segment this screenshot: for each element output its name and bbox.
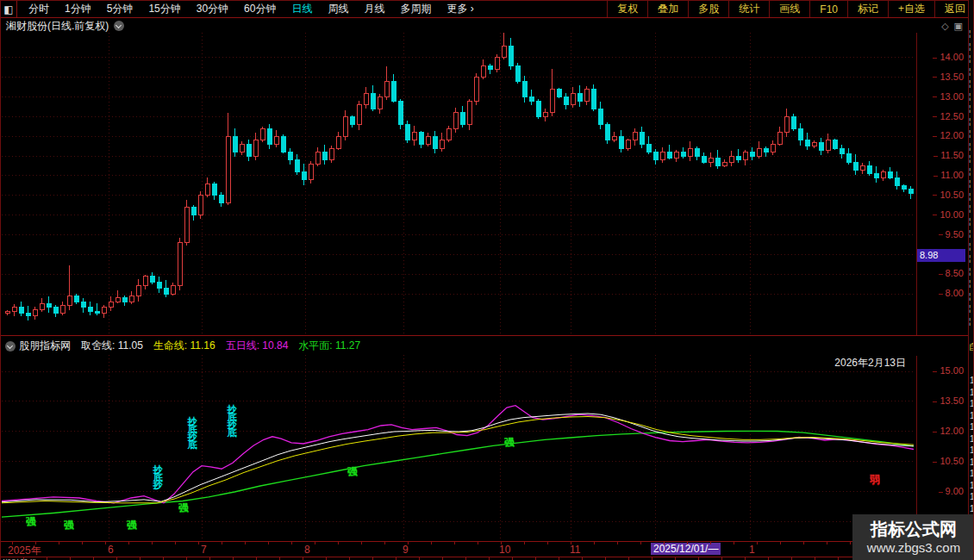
axis-tick [291, 542, 292, 544]
clipped-glyph: ¦ [969, 204, 974, 213]
clipped-digit: 1 [970, 422, 974, 432]
month-label-6: 6 [108, 544, 114, 556]
clipped-glyph: ¦ [969, 229, 974, 238]
indicator-value-五日线: 五日线: 10.84 [226, 339, 289, 353]
axis-tick [780, 542, 781, 544]
period-60分钟[interactable]: 60分钟 [236, 2, 284, 16]
clipped-glyph: ¦ [969, 242, 974, 251]
clipped-digit: 1 [970, 399, 974, 408]
period-周线[interactable]: 周线 [320, 2, 356, 16]
stock-title: 湘财股份(日线.前复权) [1, 19, 109, 34]
axis-tick [222, 542, 222, 544]
toolbar-多股[interactable]: 多股 [688, 1, 728, 17]
time-axis: 2025年 678910111 2025/12/01/— [1, 541, 974, 557]
price-tick-14.00: 14.00 [933, 52, 964, 62]
clipped-label: 自 [969, 341, 974, 353]
clipped-glyph: ¦ [969, 267, 974, 276]
month-label-9: 9 [403, 544, 409, 556]
candlestick-chart[interactable] [2, 33, 915, 334]
price-tick-11.00: 11.00 [933, 170, 964, 180]
indicator-tick-9.00: 9.00 [939, 486, 964, 496]
clipped-glyph: ¦ [969, 304, 974, 313]
trading-app-window: ◧ 分时1分钟5分钟15分钟30分钟60分钟日线周线月线多周期更多 › 复权叠加… [0, 0, 974, 560]
clipped-bottom-row: 湘财股份 [1, 557, 974, 560]
strong-signal-marker: 强 [178, 501, 189, 515]
clipped-glyph: ¦ [969, 129, 974, 138]
axis-tick [198, 542, 199, 544]
axis-tick [128, 542, 129, 544]
indicator-line-生命线 [2, 417, 914, 503]
price-tick-10.00: 10.00 [933, 209, 964, 220]
panel-icon[interactable]: ▣ [954, 21, 963, 32]
diamond-icon[interactable]: ◇ [941, 21, 948, 32]
axis-tick [687, 542, 688, 544]
price-tick-8.00: 8.00 [939, 288, 964, 298]
period-1分钟[interactable]: 1分钟 [57, 2, 99, 16]
title-row: 湘财股份(日线.前复权) ◇▣ [1, 19, 966, 33]
axis-tick [850, 542, 851, 544]
price-tick-9.50: 9.50 [939, 229, 964, 240]
axis-tick [454, 542, 455, 544]
price-tick-13.00: 13.00 [933, 91, 964, 102]
period-5分钟[interactable]: 5分钟 [99, 2, 141, 16]
indicator-header: 股朋指标网 取舍线: 11.05生命线: 11.16五日线: 10.84水平面:… [1, 335, 968, 356]
indicator-chevron-icon[interactable] [5, 341, 16, 352]
axis-tick [268, 542, 269, 544]
clipped-digit: 1 [970, 434, 974, 444]
price-tick-13.50: 13.50 [933, 72, 964, 82]
period-日线[interactable]: 日线 [284, 2, 320, 16]
buy-signal-marker: 抄底抄底 [186, 418, 198, 449]
chevron-down-icon[interactable] [114, 21, 124, 31]
price-tick-11.50: 11.50 [933, 150, 964, 160]
selected-date-label[interactable]: 2025/12/01/— [651, 543, 721, 555]
indicator-tick-13.50: 13.50 [933, 395, 964, 406]
clipped-glyph: ¦ [969, 54, 974, 63]
clipped-right-panel[interactable]: ¦¦¦¦¦¦¦¦¦¦¦¦¦¦¦¦¦¦¦¦¦¦¦¦自111111111111 [968, 0, 974, 560]
indicator-values: 取舍线: 11.05生命线: 11.16五日线: 10.84水平面: 11.27 [71, 339, 360, 353]
axis-tick [757, 542, 758, 544]
clipped-glyph: ¦ [969, 29, 974, 38]
clipped-glyph: ¦ [969, 292, 974, 301]
indicator-line-取舍线 [2, 414, 914, 502]
axis-tick [408, 542, 409, 544]
period-30分钟[interactable]: 30分钟 [189, 2, 236, 16]
period-更多 ›[interactable]: 更多 › [439, 2, 481, 16]
period-分时[interactable]: 分时 [21, 2, 57, 16]
toolbar-right-menu: 复权叠加多股统计画线F10标记+自选返回 [607, 1, 974, 17]
indicator-tick-10.50: 10.50 [933, 456, 964, 466]
axis-tick [12, 542, 13, 544]
period-多周期[interactable]: 多周期 [392, 2, 439, 16]
watermark-title: 指标公式网 [871, 519, 957, 539]
axis-tick [82, 542, 83, 544]
period-15分钟[interactable]: 15分钟 [140, 2, 188, 16]
toolbar-统计[interactable]: 统计 [728, 1, 769, 17]
toolbar-F10[interactable]: F10 [809, 1, 847, 17]
indicator-chart[interactable] [2, 355, 915, 541]
clipped-digit: 1 [970, 504, 974, 513]
toolbar-+自选[interactable]: +自选 [888, 1, 934, 17]
clipped-digit: 1 [970, 492, 974, 501]
axis-tick [478, 542, 478, 544]
clipped-glyph: ¦ [969, 67, 974, 76]
toolbar-画线[interactable]: 画线 [769, 1, 809, 17]
period-月线[interactable]: 月线 [356, 2, 392, 16]
clipped-digit: 1 [970, 469, 974, 478]
clipped-glyph: ¦ [969, 167, 974, 176]
toolbar-复权[interactable]: 复权 [607, 1, 647, 17]
buy-signal-marker: 抄底抄底 [226, 406, 238, 437]
toolbar-标记[interactable]: 标记 [847, 1, 888, 17]
clipped-glyph: ¦ [969, 79, 974, 88]
clipped-digit: 1 [970, 376, 974, 385]
axis-tick [315, 542, 315, 544]
indicator-value-取舍线: 取舍线: 11.05 [81, 339, 143, 353]
strong-signal-marker: 强 [127, 518, 137, 532]
price-tick-12.50: 12.50 [933, 111, 964, 121]
clipped-glyph: ¦ [969, 254, 974, 263]
price-tick-8.50: 8.50 [939, 268, 964, 278]
clipped-digit: 1 [970, 481, 974, 490]
toolbar-叠加[interactable]: 叠加 [647, 1, 688, 17]
axis-tick [338, 542, 339, 544]
panel-toggle-icon[interactable]: ◧ [1, 1, 17, 17]
clipped-digit: 1 [970, 388, 974, 397]
indicator-tick-12.00: 12.00 [933, 426, 964, 436]
